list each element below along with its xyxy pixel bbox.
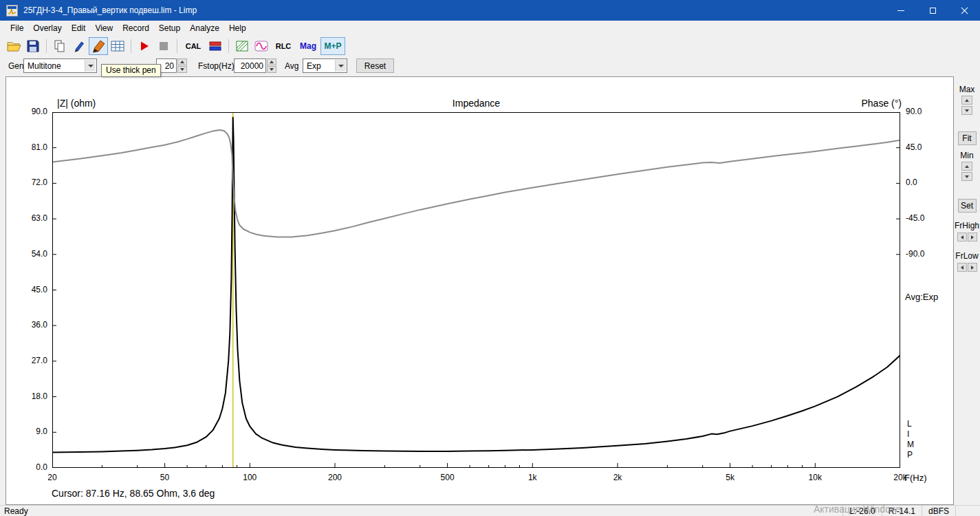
combo-arrow-icon[interactable] xyxy=(335,60,346,72)
x-tick-label: 2k xyxy=(613,473,622,482)
frhigh-right-button[interactable] xyxy=(968,233,977,241)
phase-curve xyxy=(52,130,900,237)
z-tick-label: 27.0 xyxy=(19,356,47,365)
toolbar: CAL RLC Mag M+P xyxy=(0,36,980,56)
thick-pen-button[interactable] xyxy=(89,37,108,55)
copy-button[interactable] xyxy=(50,37,69,55)
fstop-label: Fstop(Hz) xyxy=(198,61,235,71)
mag-phase-label: M+P xyxy=(324,41,341,51)
start-recording-button[interactable] xyxy=(135,37,154,55)
frlow-left-button[interactable] xyxy=(957,263,967,272)
menu-help[interactable]: Help xyxy=(224,22,251,34)
menu-file[interactable]: File xyxy=(6,22,28,34)
signal-view-button[interactable] xyxy=(252,37,271,55)
menu-setup[interactable]: Setup xyxy=(154,22,185,34)
x-tick-label: 50 xyxy=(160,473,169,482)
maximize-button[interactable] xyxy=(917,0,948,21)
avg-label: Avg xyxy=(285,61,298,71)
thin-pen-button[interactable] xyxy=(69,37,89,55)
x-tick-label: 20k xyxy=(893,473,906,482)
table-button[interactable] xyxy=(108,37,127,55)
rlc-button[interactable]: RLC xyxy=(271,37,296,55)
menu-view[interactable]: View xyxy=(90,22,118,34)
combo-arrow-icon[interactable] xyxy=(85,60,96,72)
phase-tick-label: -90.0 xyxy=(906,249,924,259)
frhigh-left-button[interactable] xyxy=(957,233,967,241)
z-tick-label: 45.0 xyxy=(19,285,47,294)
min-label: Min xyxy=(960,151,973,160)
statusbar: Ready L:-26.0 R:-14.1 dBFS xyxy=(0,505,980,516)
max-up-button[interactable] xyxy=(961,96,972,105)
impedance-plot[interactable] xyxy=(52,112,900,468)
gain-down-button[interactable] xyxy=(177,66,187,73)
fstop-field[interactable]: 20000 xyxy=(234,58,276,73)
table-icon xyxy=(111,41,124,52)
cursor-readout: Cursor: 87.16 Hz, 88.65 Ohm, 3.6 deg xyxy=(52,488,215,499)
stop-icon xyxy=(159,41,168,51)
max-spinner xyxy=(961,96,972,115)
right-level-value: R:-14.1 xyxy=(882,506,922,516)
mag-button[interactable]: Mag xyxy=(296,37,320,55)
generator-type-combo[interactable]: Multitone xyxy=(23,58,97,73)
max-down-button[interactable] xyxy=(961,106,972,115)
cal-label: CAL xyxy=(186,42,202,50)
z-tick-label: 81.0 xyxy=(19,142,47,152)
max-label: Max xyxy=(959,85,975,94)
min-down-button[interactable] xyxy=(961,172,972,181)
limp-logo-letter: M xyxy=(907,440,914,449)
menu-record[interactable]: Record xyxy=(118,22,154,34)
stop-recording-button[interactable] xyxy=(154,37,173,55)
menu-edit[interactable]: Edit xyxy=(67,22,91,34)
spectrum-view-button[interactable] xyxy=(232,37,252,55)
copy-icon xyxy=(54,40,66,52)
close-icon xyxy=(961,7,968,14)
gain-up-button[interactable] xyxy=(177,58,187,65)
save-button[interactable] xyxy=(23,37,43,55)
minimize-button[interactable] xyxy=(885,0,917,21)
window-title: 25ГДН-3-4_Правый_вертик подвеш.lim - Lim… xyxy=(23,6,197,15)
rlc-label: RLC xyxy=(276,42,292,50)
right-control-panel: Max Fit Min Set FrHigh FrLow xyxy=(954,76,980,505)
z-tick-label: 9.0 xyxy=(19,427,47,436)
phase-tick-label: 0.0 xyxy=(906,178,917,187)
minimize-icon xyxy=(897,10,904,11)
limp-logo-letter: I xyxy=(907,429,909,439)
z-tick-label: 72.0 xyxy=(19,178,47,187)
frlow-label: FrLow xyxy=(955,251,978,261)
set-button[interactable]: Set xyxy=(958,199,977,213)
open-button[interactable] xyxy=(4,37,23,55)
close-button[interactable] xyxy=(948,0,980,21)
menu-overlay[interactable]: Overlay xyxy=(28,22,66,34)
toolbar-separator xyxy=(177,39,177,53)
reset-button[interactable]: Reset xyxy=(356,58,394,73)
x-tick-label: 100 xyxy=(243,473,257,482)
gen-label: Gen xyxy=(8,61,24,71)
limp-window: 25ГДН-3-4_Правый_вертик подвеш.lim - Lim… xyxy=(0,0,980,76)
frlow-right-button[interactable] xyxy=(968,263,977,272)
fstop-spinner xyxy=(267,58,276,73)
menu-analyze[interactable]: Analyze xyxy=(185,22,224,34)
min-spinner xyxy=(961,162,972,181)
z-tick-label: 0.0 xyxy=(19,462,47,472)
fstop-up-button[interactable] xyxy=(267,58,276,65)
fit-button[interactable]: Fit xyxy=(958,131,977,145)
thick-pen-icon xyxy=(91,39,106,53)
min-up-button[interactable] xyxy=(961,162,972,171)
channel-setup-button[interactable] xyxy=(206,37,225,55)
fstop-value[interactable]: 20000 xyxy=(234,58,266,73)
mag-phase-button[interactable]: M+P xyxy=(320,37,345,55)
sine-wave-icon xyxy=(254,41,268,52)
z-tick-label: 36.0 xyxy=(19,320,47,330)
fstop-down-button[interactable] xyxy=(267,66,276,73)
avg-combo[interactable]: Exp xyxy=(303,58,347,73)
x-axis-label: F(Hz) xyxy=(904,473,927,483)
thick-pen-tooltip: Use thick pen xyxy=(101,64,161,77)
maximize-icon xyxy=(930,8,936,14)
gain-field[interactable]: 20 xyxy=(156,58,187,73)
open-folder-icon xyxy=(7,41,21,52)
calibrate-button[interactable]: CAL xyxy=(181,37,206,55)
gain-spinner xyxy=(177,58,187,73)
lr-calibration-icon xyxy=(209,41,221,52)
app-icon xyxy=(6,5,18,17)
x-tick-label: 500 xyxy=(441,473,455,482)
